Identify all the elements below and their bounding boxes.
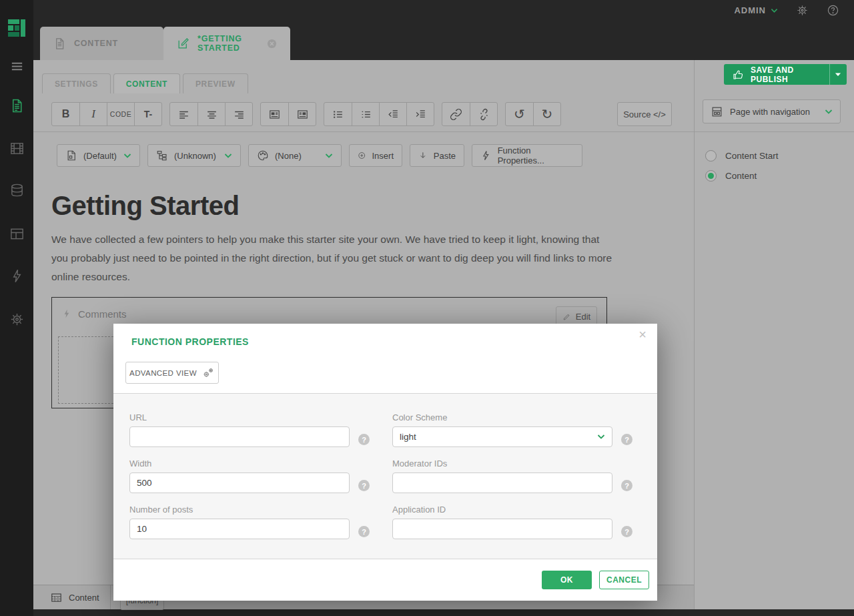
outdent-icon	[387, 108, 400, 121]
template-icon	[711, 105, 723, 118]
dialog-title: FUNCTION PROPERTIES	[131, 336, 249, 347]
grid-icon	[50, 591, 63, 604]
placeholder-label: Content	[725, 171, 757, 181]
cancel-button[interactable]: CANCEL	[599, 571, 649, 589]
sidebar-item-system[interactable]	[0, 306, 33, 332]
save-and-publish-button[interactable]: SAVE AND PUBLISH	[724, 64, 847, 85]
save-options-toggle[interactable]	[829, 64, 847, 85]
pencil-icon	[562, 312, 571, 321]
tab-settings[interactable]: SETTINGS	[42, 73, 111, 93]
undo-button[interactable]: ↺	[506, 103, 533, 125]
format-toolbar: B I CODE T-	[51, 102, 561, 126]
sidebar-item-content[interactable]	[0, 92, 33, 119]
settings-gear-button[interactable]	[796, 4, 809, 17]
format-dropdown[interactable]: (Default)	[57, 144, 140, 167]
bottom-content-tab[interactable]: Content	[50, 585, 99, 609]
text-style-group: B I CODE T-	[51, 102, 162, 126]
sidebar-item-media[interactable]	[0, 135, 33, 162]
admin-label: ADMIN	[734, 5, 766, 15]
indent-button[interactable]	[406, 103, 434, 125]
tab-preview[interactable]: PREVIEW	[183, 73, 248, 93]
sidebar-item-layout[interactable]	[0, 220, 33, 247]
italic-button[interactable]: I	[79, 103, 107, 125]
help-icon	[827, 4, 839, 17]
align-center-button[interactable]	[197, 103, 225, 125]
image-left-button[interactable]	[261, 103, 288, 125]
placeholder-option-content-start[interactable]: Content Start	[705, 147, 779, 164]
color-scheme-help-button[interactable]: ?	[621, 434, 632, 445]
italic-label: I	[91, 107, 95, 121]
tab-label: SETTINGS	[55, 79, 98, 89]
page-title: Getting Started	[51, 191, 239, 221]
align-group	[169, 102, 253, 126]
link-icon	[450, 108, 462, 121]
sidebar-item-data[interactable]	[0, 177, 33, 204]
width-input[interactable]	[129, 473, 350, 493]
moderator-ids-input[interactable]	[392, 473, 612, 493]
field-label: Number of posts	[129, 505, 350, 515]
insert-link-button[interactable]	[442, 103, 470, 125]
bullet-list-icon	[332, 108, 344, 121]
code-button[interactable]: CODE	[107, 103, 134, 125]
source-button[interactable]: Source </>	[617, 102, 672, 126]
clear-format-button[interactable]: T-	[134, 103, 161, 125]
align-left-button[interactable]	[170, 103, 197, 125]
hamburger-icon	[9, 58, 25, 73]
application-id-input[interactable]	[392, 519, 612, 539]
document-icon	[9, 98, 25, 113]
sidebar-item-functions[interactable]	[0, 262, 33, 289]
width-help-button[interactable]: ?	[358, 480, 370, 491]
align-right-button[interactable]	[225, 103, 252, 125]
tab-close-button[interactable]	[267, 39, 277, 49]
number-of-posts-input[interactable]	[129, 519, 350, 539]
tab-content-browser[interactable]: CONTENT	[40, 27, 163, 60]
style-dropdown[interactable]: (None)	[248, 144, 342, 167]
sitemap-icon	[156, 149, 168, 162]
url-help-button[interactable]: ?	[358, 434, 370, 445]
bold-button[interactable]: B	[52, 103, 79, 125]
lightning-icon	[61, 308, 72, 319]
sidebar-menu-button[interactable]	[0, 52, 33, 79]
image-left-icon	[268, 108, 281, 121]
tab-getting-started[interactable]: *GETTING STARTED	[163, 27, 290, 60]
app-window: ADMIN CONTENT *GETTING STARTED SETTINGS …	[0, 0, 854, 616]
function-properties-label: Function Properties...	[498, 145, 574, 166]
document-tabs: CONTENT *GETTING STARTED	[40, 27, 290, 60]
ok-button[interactable]: OK	[542, 571, 592, 589]
moderator-ids-help-button[interactable]: ?	[621, 480, 632, 491]
panel-divider	[695, 131, 854, 132]
field-label: Application ID	[392, 505, 612, 515]
code-label: CODE	[110, 110, 131, 118]
tab-label: PREVIEW	[195, 79, 236, 89]
color-scheme-select[interactable]: light	[392, 426, 612, 447]
field-url: URL	[129, 412, 350, 447]
bullet-list-button[interactable]	[324, 103, 352, 125]
numbered-list-button[interactable]	[352, 103, 379, 125]
admin-menu[interactable]: ADMIN	[734, 5, 778, 15]
remove-link-button[interactable]	[470, 103, 497, 125]
insert-button[interactable]: Insert	[349, 144, 402, 167]
outdent-button[interactable]	[379, 103, 406, 125]
application-id-help-button[interactable]: ?	[621, 526, 632, 537]
component-dropdown[interactable]: (Unknown)	[147, 144, 241, 167]
chevron-down-icon	[224, 153, 232, 159]
function-properties-button[interactable]: Function Properties...	[472, 144, 582, 167]
placeholder-option-content[interactable]: Content	[705, 168, 757, 184]
app-logo[interactable]	[7, 18, 27, 38]
insert-label: Insert	[372, 151, 394, 161]
chevron-down-icon	[825, 109, 833, 115]
advanced-view-button[interactable]: ADVANCED VIEW	[125, 362, 219, 384]
image-right-button[interactable]	[288, 103, 316, 125]
field-label: Color Scheme	[392, 412, 612, 422]
dialog-close-button[interactable]: ×	[638, 328, 647, 341]
help-button[interactable]	[827, 4, 839, 17]
plus-circle-icon	[358, 149, 366, 162]
number-of-posts-help-button[interactable]: ?	[358, 526, 370, 537]
tab-content[interactable]: CONTENT	[113, 73, 180, 93]
url-input[interactable]	[129, 426, 350, 447]
align-right-icon	[233, 108, 246, 121]
redo-button[interactable]: ↻	[533, 103, 560, 125]
bottom-bar-divider	[110, 585, 111, 609]
paste-button[interactable]: Paste	[410, 144, 464, 167]
template-dropdown[interactable]: Page with navigation	[703, 99, 841, 123]
